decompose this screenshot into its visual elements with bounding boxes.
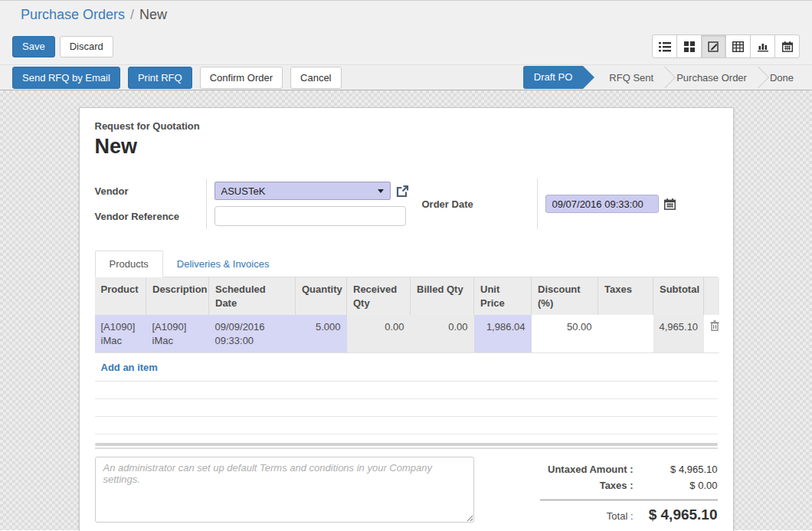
- vendor-reference-input[interactable]: [214, 206, 406, 226]
- tab-products[interactable]: Products: [95, 251, 163, 277]
- col-taxes: Taxes: [598, 277, 653, 315]
- col-received-qty: Received Qty: [347, 277, 411, 315]
- table-header-row: Product Description Scheduled Date Quant…: [95, 277, 719, 315]
- calendar-icon: [664, 198, 676, 210]
- breadcrumb-separator: /: [130, 7, 134, 23]
- totals-block: Untaxed Amount : $ 4,965.10 Taxes : $ 0.…: [488, 457, 718, 526]
- pivot-icon: [732, 41, 744, 52]
- cancel-button[interactable]: Cancel: [290, 67, 341, 89]
- taxes-value: $ 0.00: [634, 480, 718, 491]
- calendar-view-button[interactable]: [774, 34, 800, 58]
- vendor-label: Vendor: [95, 179, 206, 203]
- form-view-button[interactable]: [701, 34, 726, 58]
- graph-view-button[interactable]: [750, 34, 775, 58]
- vendor-select[interactable]: ASUSTeK: [214, 182, 391, 200]
- save-button[interactable]: Save: [12, 36, 55, 57]
- vendor-value: ASUSTeK: [221, 185, 266, 197]
- empty-line: [95, 417, 718, 434]
- chevron-right-icon: [654, 67, 676, 88]
- order-lines-table: Product Description Scheduled Date Quant…: [95, 277, 719, 353]
- graph-icon: [757, 41, 769, 52]
- breadcrumb: Purchase Orders / New: [0, 0, 812, 28]
- sheet-subtitle: Request for Quotation: [95, 120, 718, 132]
- caret-down-icon: [378, 189, 384, 193]
- untaxed-amount-value: $ 4,965.10: [634, 464, 718, 475]
- discard-button[interactable]: Discard: [60, 36, 113, 57]
- empty-line: [95, 382, 718, 399]
- col-discount: Discount (%): [532, 277, 598, 315]
- chevron-right-icon: [748, 67, 769, 88]
- vendor-open-button[interactable]: [396, 185, 409, 198]
- page-title: New: [95, 135, 718, 159]
- order-date-label: Order Date: [422, 179, 537, 229]
- col-description: Description: [146, 277, 209, 315]
- form-background: Request for Quotation New Vendor ASUSTeK: [0, 90, 812, 530]
- add-an-item-link[interactable]: Add an item: [101, 362, 158, 373]
- cell-scheduled-date[interactable]: 09/09/2016 09:33:00: [209, 315, 296, 353]
- print-rfq-button[interactable]: Print RFQ: [128, 67, 192, 89]
- send-rfq-by-email-button[interactable]: Send RFQ by Email: [12, 67, 120, 89]
- breadcrumb-purchase-orders[interactable]: Purchase Orders: [21, 7, 125, 23]
- statusbar: Send RFQ by Email Print RFQ Confirm Orde…: [0, 64, 812, 90]
- confirm-order-button[interactable]: Confirm Order: [200, 67, 283, 89]
- col-product: Product: [95, 277, 146, 315]
- col-unit-price: Unit Price: [474, 277, 532, 315]
- cell-taxes[interactable]: [598, 315, 653, 353]
- cell-billed-qty: 0.00: [411, 315, 474, 353]
- trash-icon[interactable]: [710, 320, 713, 331]
- list-icon: [659, 41, 671, 52]
- toolbar: Save Discard: [0, 28, 812, 64]
- field-groups: Vendor ASUSTeK: [95, 179, 718, 229]
- vendor-reference-label: Vendor Reference: [95, 203, 206, 229]
- terms-and-conditions-textarea[interactable]: [95, 457, 474, 523]
- form-icon: [708, 41, 719, 52]
- col-actions: [704, 277, 719, 315]
- cell-unit-price[interactable]: 1,986.04: [474, 315, 532, 353]
- col-billed-qty: Billed Qty: [411, 277, 474, 315]
- cell-received-qty: 0.00: [347, 315, 411, 353]
- total-value: $ 4,965.10: [634, 506, 718, 523]
- tab-deliveries-invoices[interactable]: Deliveries & Invoices: [163, 251, 283, 277]
- status-step-purchase-order[interactable]: Purchase Order: [667, 72, 756, 84]
- calendar-icon: [782, 41, 793, 52]
- untaxed-amount-label: Untaxed Amount :: [548, 464, 633, 475]
- status-steps: Draft PO RFQ Sent Purchase Order Done: [523, 65, 803, 90]
- add-item-row: Add an item: [95, 353, 718, 382]
- form-sheet: Request for Quotation New Vendor ASUSTeK: [79, 107, 734, 531]
- taxes-label: Taxes :: [600, 480, 634, 491]
- pivot-view-button[interactable]: [725, 34, 751, 58]
- left-field-group: Vendor ASUSTeK: [95, 179, 422, 229]
- cell-subtotal: 4,965.10: [653, 315, 704, 353]
- list-view-button[interactable]: [652, 34, 677, 58]
- kanban-view-button[interactable]: [676, 34, 702, 58]
- notebook-tabs: Products Deliveries & Invoices: [95, 251, 718, 277]
- order-date-input[interactable]: [545, 195, 659, 213]
- cell-delete[interactable]: [704, 315, 719, 353]
- totals-divider: [540, 500, 718, 500]
- external-link-icon: [396, 185, 409, 198]
- cell-description[interactable]: [A1090] iMac: [146, 315, 209, 353]
- kanban-icon: [684, 41, 695, 52]
- empty-line: [95, 399, 718, 417]
- total-label: Total :: [607, 510, 634, 522]
- section-separator: [95, 443, 718, 449]
- cell-discount[interactable]: 50.00: [532, 315, 598, 353]
- sheet-footer: Untaxed Amount : $ 4,965.10 Taxes : $ 0.…: [95, 457, 718, 526]
- col-quantity: Quantity: [296, 277, 347, 315]
- date-picker-button[interactable]: [664, 198, 676, 210]
- cell-product[interactable]: [A1090] iMac: [95, 315, 146, 353]
- breadcrumb-current: New: [139, 7, 167, 23]
- cell-quantity[interactable]: 5.000: [296, 315, 347, 353]
- table-row: [A1090] iMac [A1090] iMac 09/09/2016 09:…: [95, 315, 719, 353]
- right-field-group: Order Date: [422, 179, 676, 229]
- col-subtotal: Subtotal: [653, 277, 704, 315]
- col-scheduled-date: Scheduled Date: [209, 277, 296, 315]
- view-switcher: [652, 34, 800, 58]
- status-step-draft-po[interactable]: Draft PO: [523, 66, 584, 89]
